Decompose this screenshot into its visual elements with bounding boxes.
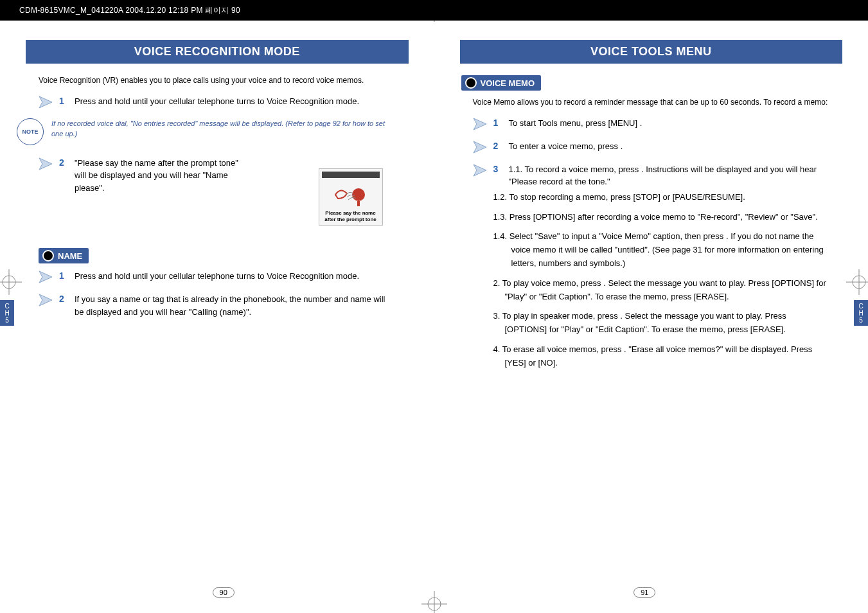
right-step-3-3: 1.3. Press [OPTIONS] after recording a v… [473,211,830,224]
step-flag-icon [473,163,487,177]
page-left: VOICE RECOGNITION MODE Voice Recognition… [0,21,434,613]
right-title: VOICE TOOLS MENU [460,40,843,64]
right-page-number: 91 [633,587,655,598]
phone-caption: Please say the name after the prompt ton… [322,210,380,222]
svg-point-12 [352,188,365,201]
left-intro: Voice Recognition (VR) enables you to pl… [39,75,396,86]
step-flag-icon [39,270,53,284]
left-note: NOTE If no recorded voice dial, "No entr… [17,118,396,145]
left-step-1: 1 Press and hold until your cellular tel… [39,95,396,109]
left-step-2: 2 "Please say the name after the prompt … [39,157,251,195]
right-step-1: 1 To start Tools menu, press [MENU] . [473,117,830,131]
phone-status-icons [322,172,380,178]
step-2-num: 2 [59,157,68,168]
note-text: If no recorded voice dial, "No entries r… [51,118,396,139]
step-2-text: "Please say the name after the prompt to… [75,157,251,195]
phone-mouth-mic-icon [332,182,370,208]
name-heading: NAME [39,248,89,263]
right-item-3: 3. To play in speaker mode, press . Sele… [473,310,830,337]
voice-memo-heading: VOICE MEMO [461,75,542,91]
right-step-3-4: 1.4. Select "Save" to input a "Voice Mem… [473,230,830,270]
step-1-text: Press and hold until your cellular telep… [75,95,396,108]
phone-mock-screenshot: Please say the name after the prompt ton… [319,168,383,226]
step-flag-icon [473,140,487,154]
name-step-2-text: If you say a name or tag that is already… [75,293,396,318]
doc-header-text: CDM-8615VMC_M_041220A 2004.12.20 12:18 P… [19,5,240,16]
note-icon: NOTE [17,118,44,145]
memo-intro: Voice Memo allows you to record a remind… [473,97,830,108]
right-step-2-text: To enter a voice memo, press . [509,140,830,153]
step-flag-icon [39,95,53,109]
right-step-3-2: 1.2. To stop recording a memo, press [ST… [473,191,830,204]
name-step-1: 1 Press and hold until your cellular tel… [39,270,396,284]
svg-rect-13 [357,201,360,206]
right-step-3-1: 1.1. To record a voice memo, press . Ins… [509,163,830,188]
right-step-2: 2 To enter a voice memo, press . [473,140,830,154]
name-step-2: 2 If you say a name or tag that is alrea… [39,293,396,318]
left-page-number: 90 [213,587,235,598]
right-step-3: 3 1.1. To record a voice memo, press . I… [473,163,830,188]
page-right: VOICE TOOLS MENU VOICE MEMO Voice Memo a… [434,21,869,613]
step-1-num: 1 [59,96,68,106]
step-flag-icon [39,157,53,171]
step-flag-icon [39,293,53,307]
right-step-1-text: To start Tools menu, press [MENU] . [509,117,830,130]
right-item-2: 2. To play voice memo, press . Select th… [473,277,830,304]
step-flag-icon [473,117,487,131]
right-item-4: 4. To erase all voice memos, press . "Er… [473,343,830,370]
name-step-1-text: Press and hold until your cellular telep… [75,270,396,283]
left-title: VOICE RECOGNITION MODE [26,40,409,64]
doc-header: CDM-8615VMC_M_041220A 2004.12.20 12:18 P… [0,0,868,21]
